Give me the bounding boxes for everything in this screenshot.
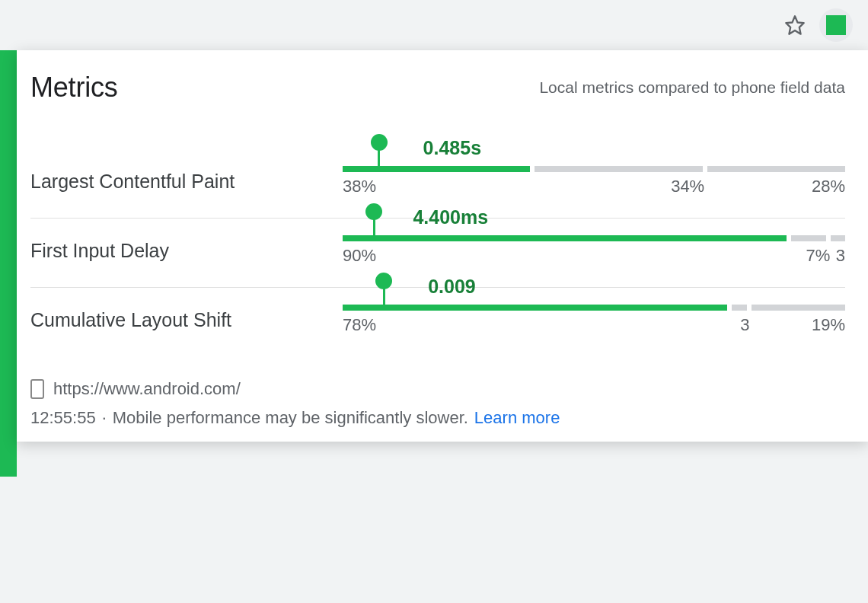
panel-header: Metrics Local metrics compared to phone … <box>30 72 845 104</box>
distribution-segment <box>707 166 845 172</box>
svg-marker-0 <box>786 16 803 34</box>
local-value-marker-icon <box>378 140 380 166</box>
distribution-labels: 38%34%28% <box>343 177 845 196</box>
local-value-marker-icon <box>383 279 385 305</box>
distribution-segment-label: 7% <box>795 246 830 266</box>
distribution-segment-label: 38% <box>343 177 534 196</box>
panel-footer: https://www.android.com/ 12:55:55 · Mobi… <box>30 379 845 428</box>
distribution-segment-label: 34% <box>534 177 704 196</box>
distribution-segment-label: 90% <box>343 246 795 266</box>
separator: · <box>102 408 107 428</box>
distribution-segment <box>752 305 845 311</box>
page-url: https://www.android.com/ <box>53 379 241 399</box>
phone-icon <box>30 379 44 399</box>
distribution-segment-label: 3 <box>735 315 750 335</box>
distribution-labels: 90%7%3 <box>343 246 845 266</box>
learn-more-link[interactable]: Learn more <box>474 408 560 428</box>
distribution-segment-label: 78% <box>343 315 735 335</box>
metric-name: Cumulative Layout Shift <box>30 309 343 331</box>
distribution-segment <box>343 166 530 172</box>
local-value-marker-icon <box>373 209 375 235</box>
distribution-segment <box>343 235 787 241</box>
distribution-bar <box>343 305 845 311</box>
distribution-segment <box>535 166 702 172</box>
metric-visualization: 4.400ms90%7%3 <box>343 235 845 266</box>
distribution-segment <box>732 305 746 311</box>
metric-name: First Input Delay <box>30 240 343 262</box>
panel-subtitle: Local metrics compared to phone field da… <box>539 78 845 97</box>
metric-row: Cumulative Layout Shift0.00978%319% <box>30 288 845 356</box>
metric-value: 0.485s <box>423 137 481 159</box>
metric-visualization: 0.485s38%34%28% <box>343 166 845 196</box>
metric-visualization: 0.00978%319% <box>343 305 845 335</box>
distribution-segment <box>791 235 825 241</box>
metrics-panel: Metrics Local metrics compared to phone … <box>17 50 868 442</box>
bookmark-star-icon[interactable] <box>784 14 806 36</box>
web-vitals-extension-icon[interactable] <box>819 8 853 42</box>
distribution-segment-label: 3 <box>830 246 845 266</box>
metric-value: 0.009 <box>428 276 476 298</box>
distribution-labels: 78%319% <box>343 315 845 335</box>
panel-title: Metrics <box>30 72 118 104</box>
status-square-icon <box>826 15 846 35</box>
distribution-bar <box>343 235 845 241</box>
browser-toolbar <box>0 0 868 50</box>
metric-name: Largest Contentful Paint <box>30 171 343 193</box>
distribution-segment-label: 28% <box>704 177 845 196</box>
performance-warning: Mobile performance may be significantly … <box>113 408 468 428</box>
distribution-segment <box>343 305 727 311</box>
distribution-segment <box>831 235 845 241</box>
metric-value: 4.400ms <box>413 206 488 228</box>
distribution-bar <box>343 166 845 172</box>
distribution-segment-label: 19% <box>750 315 845 335</box>
timestamp: 12:55:55 <box>30 408 96 428</box>
page-background-strip <box>0 50 17 477</box>
